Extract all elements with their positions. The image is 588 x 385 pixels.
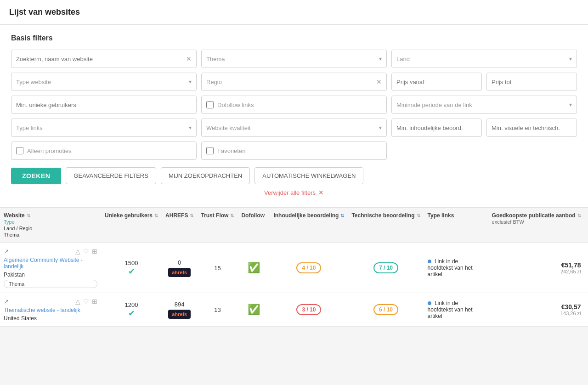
type-link-text: Link in de hoofdtekst van het artikel: [428, 258, 473, 277]
th-unique-users: Unieke gebruikers⇅: [101, 208, 162, 243]
dofollow-cell: ✅: [237, 243, 270, 293]
clear-all-row[interactable]: Verwijder alle filters ✕: [11, 189, 577, 196]
heart-icon[interactable]: ♡: [83, 298, 89, 305]
dofollow-check-icon: ✅: [248, 262, 260, 273]
ahrefs-cell: 894ahrefs: [162, 293, 197, 327]
page-header: Lijst van websites: [0, 0, 588, 25]
type-links-filter[interactable]: Type links ▾: [11, 119, 197, 137]
price-pln: 242,65 zł: [492, 269, 581, 274]
type-website-chevron-icon: ▾: [189, 79, 192, 85]
dofollow-checkbox[interactable]: [206, 101, 214, 108]
min-content-input[interactable]: [396, 125, 477, 131]
verified-icon: ✔: [128, 309, 135, 318]
clear-all-label: Verwijder alle filters: [264, 189, 316, 196]
country-label: Land: [396, 56, 410, 62]
type-link-dot: [428, 301, 431, 305]
min-period-chevron-icon: ▾: [569, 102, 572, 108]
trust-flow-cell: 13: [197, 293, 237, 327]
cta-cell[interactable]: Bekijk publicatiemogelijkheden: [585, 293, 588, 327]
ahrefs-cell: 0ahrefs: [162, 243, 197, 293]
price-eur: €51,78: [492, 261, 581, 269]
tech-score-badge: 7 / 10: [373, 262, 398, 273]
tech-score-cell: 6 / 10: [348, 293, 424, 327]
type-website-filter[interactable]: Type website ▾: [11, 73, 197, 91]
search-button[interactable]: ZOEKEN: [11, 168, 61, 184]
type-link-dot: [428, 260, 431, 263]
min-users-input[interactable]: [16, 102, 192, 108]
min-period-label: Minimale periode van de link: [396, 102, 472, 108]
website-quality-label: Website kwaliteit: [206, 125, 251, 131]
page-title: Lijst van websites: [9, 7, 579, 17]
region-clear-icon[interactable]: ✕: [376, 78, 382, 85]
type-links-label: Type links: [16, 125, 43, 131]
min-users-filter[interactable]: [11, 96, 197, 114]
dofollow-filter[interactable]: Dofollow links: [201, 96, 387, 114]
price-cell: €30,57 143,26 zł: [488, 293, 585, 327]
type-link-text: Link in de hoofdtekst van het artikel: [428, 300, 473, 319]
only-promotions-checkbox[interactable]: [16, 147, 23, 154]
only-promotions-filter[interactable]: Alleen promoties: [11, 142, 197, 160]
website-country: United States: [4, 315, 97, 322]
search-input[interactable]: [16, 56, 186, 62]
price-to-input[interactable]: [492, 79, 572, 85]
auto-cart-button[interactable]: AUTOMATISCHE WINKELWAGEN: [254, 167, 363, 184]
th-ahrefs: AHREFS⇅: [162, 208, 197, 243]
th-dofollow: Dofollow: [237, 208, 270, 243]
clear-all-icon: ✕: [318, 189, 324, 196]
website-quality-filter[interactable]: Website kwaliteit ▾: [201, 119, 387, 137]
website-tag: Thema: [4, 280, 97, 288]
th-price: Goedkoopste publicatie aanbod⇅ exclusief…: [488, 208, 585, 243]
th-grid-view[interactable]: ⊞: [585, 208, 588, 243]
price-from-filter[interactable]: [391, 73, 482, 91]
external-link-icon[interactable]: ↗: [4, 248, 9, 255]
min-visual-filter[interactable]: [486, 119, 577, 137]
heart-icon[interactable]: ♡: [83, 248, 89, 255]
th-website: Website⇅ Type Land / Regio Thema: [0, 208, 101, 243]
bookmark-icon[interactable]: △: [75, 298, 80, 305]
favorites-filter[interactable]: Favorieten: [201, 142, 387, 160]
search-filter[interactable]: ✕: [11, 50, 197, 68]
min-period-filter[interactable]: Minimale periode van de link ▾: [391, 96, 577, 114]
theme-filter[interactable]: Thema ▾: [201, 50, 387, 68]
country-chevron-icon: ▾: [569, 56, 572, 62]
dofollow-check-icon: ✅: [248, 304, 260, 315]
region-filter[interactable]: Regio ✕: [201, 73, 387, 91]
favorites-label: Favorieten: [217, 147, 245, 154]
type-links-chevron-icon: ▾: [189, 125, 192, 131]
type-links-cell: Link in de hoofdtekst van het artikel: [424, 293, 488, 327]
search-clear-icon[interactable]: ✕: [186, 55, 192, 62]
advanced-filters-button[interactable]: GEAVANCEERDE FILTERS: [66, 167, 156, 184]
verified-icon: ✔: [128, 267, 135, 276]
external-link-icon[interactable]: ↗: [4, 298, 9, 305]
min-content-filter[interactable]: [391, 119, 482, 137]
theme-chevron-icon: ▾: [379, 56, 382, 62]
price-cell: €51,78 242,65 zł: [488, 243, 585, 293]
tech-score-badge: 6 / 10: [373, 304, 398, 315]
trust-flow-cell: 15: [197, 243, 237, 293]
table-row: ↗ △ ♡ ⊞ Algemene Community Website - lan…: [0, 243, 588, 293]
website-name: Thematische website - landelijk: [4, 307, 97, 313]
price-to-filter[interactable]: [486, 73, 577, 91]
saved-searches-button[interactable]: MIJN ZOEKOPDRACHTEN: [161, 167, 250, 184]
type-links-cell: Link in de hoofdtekst van het artikel: [424, 243, 488, 293]
country-filter[interactable]: Land ▾: [391, 50, 577, 68]
min-visual-input[interactable]: [492, 125, 572, 131]
results-table: Website⇅ Type Land / Regio Thema Unieke …: [0, 208, 588, 327]
filters-section: Basis filters ✕ Thema ▾ Land ▾ Type webs…: [0, 25, 588, 208]
region-label: Regio: [206, 79, 222, 85]
th-inhoudelijke: Inhoudelijke beoordeling⇅: [270, 208, 348, 243]
website-cell: ↗ △ ♡ ⊞ Algemene Community Website - lan…: [0, 243, 101, 293]
filter-buttons-row: ZOEKEN GEAVANCEERDE FILTERS MIJN ZOEKOPD…: [11, 167, 577, 184]
th-trust-flow: Trust Flow⇅: [197, 208, 237, 243]
table-section: Website⇅ Type Land / Regio Thema Unieke …: [0, 208, 588, 327]
bookmark-icon[interactable]: △: [75, 248, 80, 255]
compare-icon[interactable]: ⊞: [92, 298, 97, 305]
compare-icon[interactable]: ⊞: [92, 248, 97, 255]
dofollow-label: Dofollow links: [217, 102, 254, 108]
price-pln: 143,26 zł: [492, 311, 581, 316]
type-website-label: Type website: [16, 79, 51, 85]
price-from-input[interactable]: [396, 79, 477, 85]
theme-label: Thema: [206, 56, 225, 62]
cta-cell[interactable]: Bekijk publicatiemogelijkheden: [585, 243, 588, 293]
favorites-checkbox[interactable]: [206, 147, 214, 154]
